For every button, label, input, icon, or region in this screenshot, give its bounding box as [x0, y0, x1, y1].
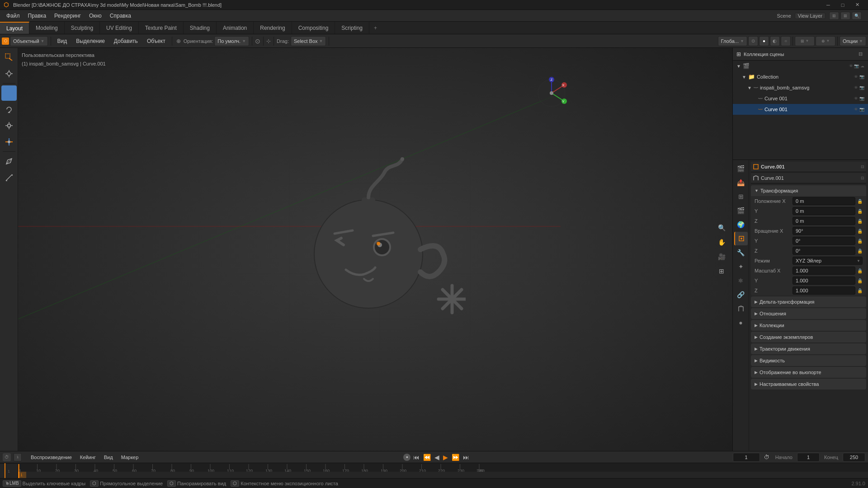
viewport-display-header[interactable]: ▶ Отображение во вьюпорте — [751, 367, 866, 378]
position-z-lock[interactable]: 🔒 — [857, 219, 863, 224]
rotation-z-value[interactable]: 0° — [793, 247, 855, 255]
step-back-button[interactable]: ⏪ — [422, 454, 432, 461]
outliner-item-collection[interactable]: ▼ 📁 Collection 👁 📷 — [733, 71, 868, 82]
outliner-item-scene-collection[interactable]: ▼ 🎬 👁 📷 ☁ — [733, 61, 868, 71]
scale-z-lock[interactable]: 🔒 — [857, 288, 863, 293]
visibility-header[interactable]: ▶ Видимость — [751, 355, 866, 366]
rotation-x-lock[interactable]: 🔒 — [857, 229, 863, 234]
maximize-button[interactable]: □ — [835, 0, 850, 10]
start-frame-input[interactable]: 1 — [797, 453, 820, 462]
window-controls[interactable]: ─ □ ✕ — [821, 0, 864, 10]
rotation-y-value[interactable]: 0° — [793, 237, 855, 245]
props-constraints[interactable]: 🔗 — [734, 288, 748, 301]
custom-props-header[interactable]: ▶ Настраиваемые свойства — [751, 379, 866, 389]
toolbar-add[interactable]: Добавить — [110, 37, 142, 45]
props-output[interactable]: 📤 — [734, 176, 748, 189]
view-layer-label[interactable]: View Layer — [795, 13, 826, 19]
outliner-filter[interactable]: ⊟ — [856, 50, 864, 58]
viewport-zoom-in[interactable]: 🔍 — [715, 221, 728, 234]
props-modifiers[interactable]: 🔧 — [734, 246, 748, 259]
tab-texture-paint[interactable]: Texture Paint — [139, 22, 184, 34]
toolbar-view[interactable]: Вид — [54, 37, 71, 45]
outliner-item-curve-001-b[interactable]: ▶ 〰 Curve 001 👁 📷 — [733, 104, 868, 115]
tab-layout[interactable]: Layout — [0, 22, 29, 34]
tab-shading[interactable]: Shading — [184, 22, 217, 34]
wireframe-shading[interactable]: ⊙ — [748, 36, 758, 46]
toolbar-select[interactable]: Выделение — [72, 37, 108, 45]
scale-z-value[interactable]: 1.000 — [793, 286, 855, 295]
jump-end-button[interactable]: ⏭ — [462, 454, 470, 461]
scale-x-value[interactable]: 1.000 — [793, 267, 855, 275]
play-reverse-button[interactable]: ◀ — [434, 454, 440, 461]
timeline-view[interactable]: Вид — [101, 454, 116, 461]
tab-animation[interactable]: Animation — [217, 22, 254, 34]
props-particles[interactable]: ✦ — [734, 260, 748, 273]
rotation-x-value[interactable]: 90° — [793, 227, 855, 235]
tab-uv-editing[interactable]: UV Editing — [100, 22, 139, 34]
menu-window[interactable]: Окно — [85, 12, 105, 20]
overlay-toggle[interactable]: ⊞ ▼ — [795, 36, 815, 46]
pivot-selector[interactable]: ⊙ — [255, 38, 260, 45]
props-object[interactable] — [734, 232, 748, 245]
tool-measure[interactable] — [1, 170, 17, 185]
position-y-value[interactable]: 0 m — [793, 207, 855, 215]
frame-number-display[interactable]: 1 — [14, 453, 22, 461]
tool-transform[interactable] — [1, 134, 17, 150]
collections-header[interactable]: ▶ Коллекции — [751, 320, 866, 331]
props-scene[interactable]: 🎬 — [734, 204, 748, 217]
solid-shading[interactable]: ● — [759, 36, 769, 46]
position-x-value[interactable]: 0 m — [793, 197, 855, 205]
tab-scripting[interactable]: Scripting — [335, 22, 369, 34]
scale-y-value[interactable]: 1.000 — [793, 277, 855, 285]
jump-start-button[interactable]: ⏮ — [412, 454, 420, 461]
position-y-lock[interactable]: 🔒 — [857, 209, 863, 214]
step-forward-button[interactable]: ⏩ — [451, 454, 460, 461]
menu-edit[interactable]: Правка — [24, 12, 50, 20]
scale-y-lock[interactable]: 🔒 — [857, 278, 863, 283]
rotation-y-lock[interactable]: 🔒 — [857, 239, 863, 244]
outliner-item-curve-001-a[interactable]: ▶ 〰 Curve 001 👁 📷 — [733, 93, 868, 104]
object-mode-selector[interactable]: Объектный ▼ — [10, 36, 48, 46]
add-workspace-button[interactable]: + — [369, 22, 382, 34]
relations-header[interactable]: ▶ Отношения — [751, 308, 866, 319]
motion-paths-header[interactable]: ▶ Траектории движения — [751, 343, 866, 354]
timeline-ruler[interactable]: 1 — [0, 463, 868, 478]
timeline-playback[interactable]: Воспроизведение — [28, 454, 75, 461]
props-data[interactable] — [734, 302, 748, 315]
viewport-pan[interactable]: ✋ — [715, 236, 728, 249]
menu-file[interactable]: Файл — [3, 12, 24, 20]
viewport-options[interactable]: ⊞ — [840, 12, 850, 20]
toolbar-object[interactable]: Объект — [143, 37, 169, 45]
options-button[interactable]: Опции ▼ — [840, 36, 866, 46]
scale-x-lock[interactable]: 🔒 — [857, 268, 863, 273]
position-x-lock[interactable]: 🔒 — [857, 199, 863, 204]
select-box-selector[interactable]: Select Box ▼ — [291, 36, 326, 46]
tool-select-box[interactable] — [1, 50, 17, 65]
record-button[interactable]: ● — [403, 454, 410, 461]
orientation-selector[interactable]: По умолч. ▼ — [214, 36, 249, 46]
render-shading[interactable]: ○ — [781, 36, 791, 46]
tab-modeling[interactable]: Modeling — [29, 22, 65, 34]
menu-render[interactable]: Рендеринг — [51, 12, 85, 20]
snap-toggle[interactable]: ⊹ — [266, 38, 271, 44]
tab-compositing[interactable]: Compositing — [292, 22, 335, 34]
tool-scale[interactable] — [1, 118, 17, 133]
tool-rotate[interactable] — [1, 102, 17, 117]
rotation-z-lock[interactable]: 🔒 — [857, 249, 863, 253]
tool-annotate[interactable] — [1, 154, 17, 169]
viewport-camera[interactable]: 🎥 — [715, 250, 728, 263]
outliner-item-inspati[interactable]: ▼ 〰 inspati_bomb_samsvg 👁 📷 — [733, 82, 868, 93]
timeline-marker[interactable]: Маркер — [118, 454, 142, 461]
tool-cursor[interactable] — [1, 66, 17, 81]
props-world[interactable]: 🌍 — [734, 218, 748, 231]
search-button[interactable]: 🔍 — [852, 12, 862, 20]
props-render[interactable]: 🎬 — [734, 162, 748, 175]
close-button[interactable]: ✕ — [850, 0, 864, 10]
props-view-layer[interactable]: ⊞ — [734, 190, 748, 203]
engine-selector[interactable]: ⊞ — [829, 12, 839, 20]
tab-sculpting[interactable]: Sculpting — [65, 22, 100, 34]
transform-header[interactable]: ▼ Трансформация — [751, 185, 866, 196]
props-material[interactable]: ● — [734, 316, 748, 329]
gizmo-toggle[interactable]: ⊕ ▼ — [816, 36, 835, 46]
instancing-header[interactable]: ▶ Создание экземпляров — [751, 332, 866, 343]
